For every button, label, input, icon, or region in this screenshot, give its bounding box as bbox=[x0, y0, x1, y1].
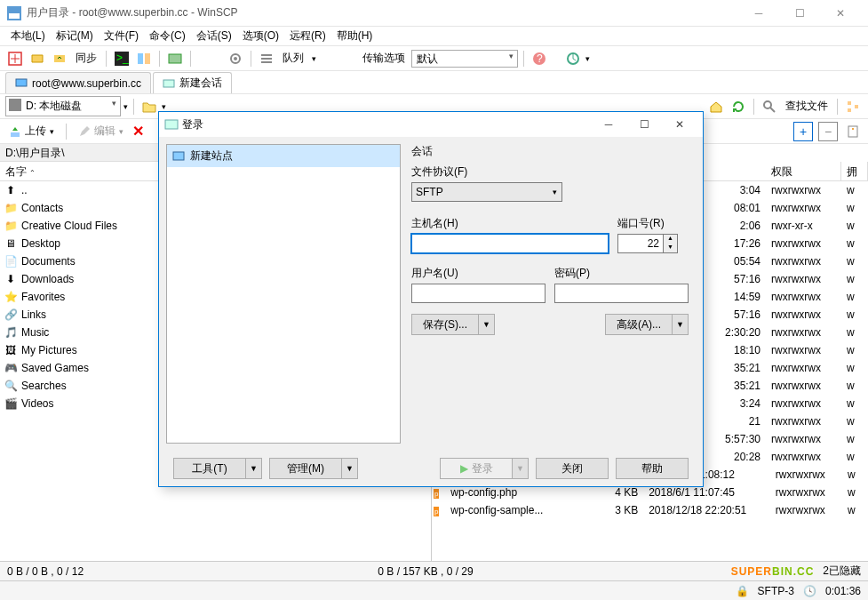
col-perm[interactable]: 权限 bbox=[766, 162, 841, 180]
dialog-titlebar[interactable]: 登录 ─ ☐ ✕ bbox=[159, 112, 703, 137]
upload-icon bbox=[9, 125, 21, 138]
main-toolbar: 同步 >_ 队列 ▾ 传输选项 默认 ? ▾ bbox=[0, 46, 868, 71]
video-icon: 🎬 bbox=[4, 396, 18, 411]
spin-up-icon[interactable]: ▲ bbox=[664, 235, 677, 244]
svg-point-18 bbox=[764, 101, 771, 108]
advanced-button[interactable]: 高级(A)... bbox=[605, 314, 673, 335]
password-input[interactable] bbox=[554, 284, 689, 303]
table-row[interactable]: pwp-config-sample...3 KB2018/12/18 22:20… bbox=[432, 501, 868, 519]
updates-icon[interactable] bbox=[563, 49, 583, 68]
find-label[interactable]: 查找文件 bbox=[782, 99, 832, 114]
open-folder-icon[interactable] bbox=[139, 97, 159, 116]
tools-dropdown-icon[interactable]: ▼ bbox=[246, 458, 262, 479]
delete-icon[interactable]: ✕ bbox=[132, 123, 144, 140]
port-input[interactable]: ▲▼ bbox=[617, 234, 689, 253]
new-site-item[interactable]: 新建站点 bbox=[167, 145, 400, 167]
tools-button[interactable]: 工具(T) bbox=[173, 458, 246, 479]
menu-mark[interactable]: 标记(M) bbox=[51, 27, 99, 45]
local-disk-select[interactable]: D: 本地磁盘 bbox=[5, 96, 121, 116]
queue-label[interactable]: 队列 bbox=[279, 51, 307, 66]
help-icon[interactable]: ? bbox=[530, 49, 549, 68]
sync-label[interactable]: 同步 bbox=[72, 51, 100, 66]
game-icon: 🎮 bbox=[4, 361, 18, 375]
svg-rect-22 bbox=[11, 132, 20, 137]
sync-browse-icon[interactable] bbox=[28, 49, 47, 68]
brand-watermark: SUPERBIN.CC bbox=[731, 565, 815, 578]
dialog-title: 登录 bbox=[179, 117, 591, 132]
menu-local[interactable]: 本地(L) bbox=[5, 27, 51, 45]
stopwatch-icon: 🕓 bbox=[803, 585, 816, 597]
manage-button[interactable]: 管理(M) bbox=[269, 458, 342, 479]
pic-icon: 🖼 bbox=[4, 343, 18, 357]
menu-file[interactable]: 文件(F) bbox=[99, 27, 144, 45]
close-dialog-button[interactable]: 关闭 bbox=[536, 458, 609, 479]
compare-icon[interactable] bbox=[134, 49, 154, 68]
session-form: 会话 文件协议(F) SFTP 主机名(H) 端口号(R) ▲▼ bbox=[408, 137, 703, 451]
svg-rect-21 bbox=[855, 105, 858, 108]
menu-command[interactable]: 命令(C) bbox=[144, 27, 191, 45]
login-button[interactable]: ▶登录 bbox=[440, 458, 513, 479]
terminal-icon[interactable]: >_ bbox=[112, 49, 131, 68]
close-button[interactable]: ✕ bbox=[820, 0, 861, 27]
minimize-button[interactable]: ─ bbox=[738, 0, 779, 27]
find-icon[interactable] bbox=[760, 97, 779, 116]
session-tabbar: root@www.superbin.cc 新建会话 bbox=[0, 71, 868, 94]
dialog-minimize-button[interactable]: ─ bbox=[591, 114, 626, 135]
maximize-button[interactable]: ☐ bbox=[779, 0, 820, 27]
home-icon[interactable] bbox=[706, 97, 726, 116]
advanced-dropdown-icon[interactable]: ▼ bbox=[673, 314, 689, 335]
gear-icon[interactable] bbox=[226, 49, 245, 68]
menu-help[interactable]: 帮助(H) bbox=[331, 27, 378, 45]
svg-rect-1 bbox=[9, 13, 20, 19]
svg-rect-16 bbox=[16, 79, 27, 86]
time-text: 0:01:36 bbox=[825, 585, 861, 597]
expand-icon[interactable]: + bbox=[793, 122, 813, 141]
menu-session[interactable]: 会话(S) bbox=[191, 27, 237, 45]
help-button[interactable]: 帮助 bbox=[616, 458, 689, 479]
edit-button[interactable]: 编辑 ▾ bbox=[75, 122, 127, 140]
search-icon: 🔍 bbox=[4, 379, 18, 393]
nav-icon[interactable] bbox=[5, 49, 25, 68]
spin-down-icon[interactable]: ▼ bbox=[664, 244, 677, 252]
sync-icon[interactable] bbox=[50, 49, 69, 68]
transfer-preset-select[interactable]: 默认 bbox=[411, 50, 518, 68]
protocol-select[interactable]: SFTP bbox=[411, 182, 562, 202]
php-icon: p bbox=[434, 489, 439, 499]
props-icon[interactable] bbox=[843, 122, 863, 141]
connection-status: 🔒 SFTP-3 🕓 0:01:36 bbox=[0, 580, 868, 600]
svg-rect-11 bbox=[261, 58, 272, 60]
svg-text:?: ? bbox=[537, 52, 543, 65]
collapse-icon[interactable]: − bbox=[818, 122, 838, 141]
local-status-text: 0 B / 0 B , 0 / 12 bbox=[7, 565, 360, 578]
tab-new-session[interactable]: 新建会话 bbox=[153, 72, 232, 93]
dialog-close-button[interactable]: ✕ bbox=[662, 114, 697, 135]
music-icon: 🎵 bbox=[4, 325, 18, 340]
queue-icon[interactable] bbox=[257, 49, 276, 68]
username-input[interactable] bbox=[411, 284, 545, 303]
folder-icon: 📁 bbox=[4, 219, 18, 233]
login-dropdown-icon[interactable]: ▼ bbox=[513, 458, 529, 479]
menu-remote[interactable]: 远程(R) bbox=[284, 27, 331, 45]
dialog-footer: 工具(T) ▼ 管理(M) ▼ ▶登录 ▼ 关闭 帮助 bbox=[159, 451, 703, 486]
menu-options[interactable]: 选项(O) bbox=[237, 27, 284, 45]
tab-session-0[interactable]: root@www.superbin.cc bbox=[5, 72, 151, 93]
pass-label: 密码(P) bbox=[554, 266, 689, 281]
svg-rect-23 bbox=[848, 126, 857, 137]
tab-label: root@www.superbin.cc bbox=[32, 77, 141, 90]
link-icon: 🔗 bbox=[4, 308, 18, 322]
dialog-maximize-button[interactable]: ☐ bbox=[626, 114, 662, 135]
save-button[interactable]: 保存(S)... bbox=[411, 314, 479, 335]
session-group-label: 会话 bbox=[411, 144, 689, 159]
refresh-icon[interactable] bbox=[729, 97, 748, 116]
login-icon: ▶ bbox=[460, 462, 468, 475]
upload-button[interactable]: 上传 ▾ bbox=[5, 122, 58, 140]
col-owner[interactable]: 拥 bbox=[841, 162, 868, 180]
svg-rect-19 bbox=[848, 101, 851, 105]
new-session-icon[interactable] bbox=[165, 49, 185, 68]
site-tree[interactable]: 新建站点 bbox=[166, 144, 401, 444]
save-dropdown-icon[interactable]: ▼ bbox=[479, 314, 495, 335]
window-titlebar: 用户目录 - root@www.superbin.cc - WinSCP ─ ☐… bbox=[0, 0, 868, 27]
manage-dropdown-icon[interactable]: ▼ bbox=[342, 458, 358, 479]
tree-icon[interactable] bbox=[843, 97, 863, 116]
host-input[interactable] bbox=[411, 234, 609, 253]
